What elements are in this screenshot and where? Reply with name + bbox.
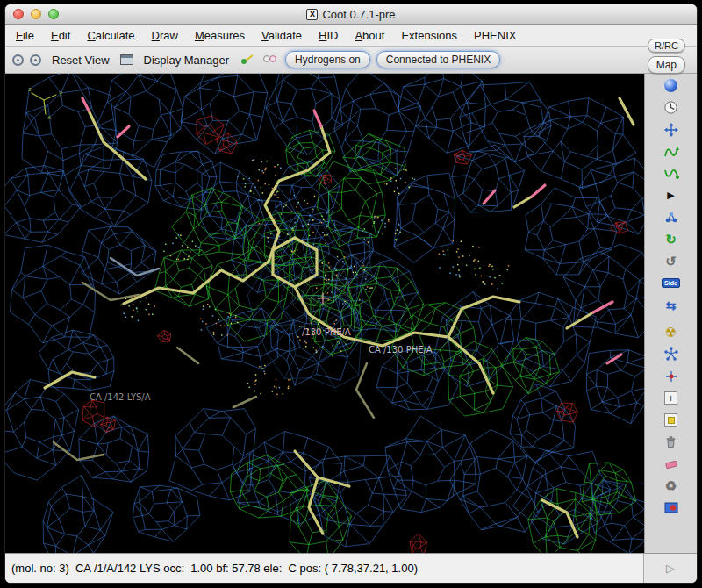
titlebar[interactable]: X Coot 0.7.1-pre: [5, 4, 697, 25]
circle-target-icon-1[interactable]: [12, 54, 24, 66]
reset-view-button[interactable]: Reset View: [47, 52, 114, 68]
menu-measures[interactable]: Measures: [195, 29, 245, 42]
zoom-button[interactable]: [48, 9, 59, 19]
add-terminal-residue-icon[interactable]: +: [660, 387, 683, 409]
goto-atom-icon[interactable]: [240, 53, 255, 68]
expand-play-icon[interactable]: ▷: [644, 554, 697, 583]
status-row: (mol. no: 3) CA /1/A/142 LYS occ: 1.00 b…: [5, 553, 697, 583]
atom-label: /130 PHE/A: [302, 327, 351, 337]
axis-label: y: [59, 90, 62, 97]
refine-zone-icon[interactable]: [660, 140, 683, 162]
molecular-scene: zyx/130 PHE/ACA /130 PHE/ACA /142 LYS/A: [5, 74, 644, 553]
flip-peptide-icon[interactable]: ⇆: [660, 294, 683, 316]
menu-phenix[interactable]: PHENIX: [474, 29, 516, 42]
rrc-button[interactable]: R/RC: [648, 39, 685, 53]
toolbar: Reset View Display Manager Hydrogens on …: [5, 47, 697, 74]
traffic-lights: [13, 9, 59, 19]
atom-molecule-icon[interactable]: [660, 206, 683, 228]
clock-idle-icon[interactable]: [660, 97, 683, 118]
phenix-status-button[interactable]: Connected to PHENIX: [376, 51, 500, 68]
display-manager-button[interactable]: Display Manager: [140, 52, 234, 68]
right-toolbar: ▶ ↻ ↺ Side ⇆ ☢ + ♻: [644, 74, 697, 553]
atom-label: CA /130 PHE/A: [369, 345, 433, 355]
hydrogens-toggle-button[interactable]: Hydrogens on: [285, 51, 370, 68]
atom-label: CA /142 LYS/A: [90, 392, 151, 402]
translate-zone-icon[interactable]: [660, 118, 683, 140]
circle-target-icon-2[interactable]: [30, 54, 41, 66]
display-manager-icon: [120, 54, 133, 65]
gl-canvas[interactable]: zyx/130 PHE/ACA /130 PHE/ACA /142 LYS/A: [5, 74, 644, 553]
sphere-refine-icon[interactable]: [660, 75, 683, 97]
menu-file[interactable]: File: [16, 29, 34, 42]
menu-draw[interactable]: Draw: [152, 29, 178, 42]
delete-trash-icon[interactable]: [660, 431, 683, 453]
add-alt-conf-icon[interactable]: [660, 409, 683, 431]
menu-hid[interactable]: HID: [319, 29, 338, 42]
coot-window: X Coot 0.7.1-pre FileEditCalculateDrawMe…: [4, 4, 698, 584]
play-icon[interactable]: ▶: [660, 184, 683, 206]
menu-about[interactable]: About: [355, 29, 384, 42]
undo-cycle-icon[interactable]: ↺: [660, 250, 683, 272]
side-chain-icon[interactable]: Side: [660, 272, 683, 294]
rotamer-cycle-icon[interactable]: ↻: [660, 228, 683, 250]
mutate-icon[interactable]: [660, 343, 683, 365]
menu-calculate[interactable]: Calculate: [87, 29, 134, 42]
display-flag-icon[interactable]: [660, 497, 683, 519]
window-title: Coot 0.7.1-pre: [322, 8, 395, 21]
regularize-zone-icon[interactable]: [660, 162, 683, 184]
main-area: zyx/130 PHE/ACA /130 PHE/ACA /142 LYS/A …: [5, 74, 697, 553]
eraser-icon[interactable]: [660, 453, 683, 475]
map-button[interactable]: Map: [648, 56, 685, 74]
goto-ligand-icon[interactable]: [261, 53, 279, 68]
window-title-area: X Coot 0.7.1-pre: [306, 8, 395, 21]
status-text: (mol. no: 3) CA /1/A/142 LYS occ: 1.00 b…: [11, 562, 418, 575]
minimize-button[interactable]: [31, 9, 41, 19]
menu-validate[interactable]: Validate: [261, 29, 302, 42]
status-bar: (mol. no: 3) CA /1/A/142 LYS occ: 1.00 b…: [5, 554, 644, 583]
menu-extensions[interactable]: Extensions: [401, 29, 457, 42]
recycle-icon[interactable]: ♻: [660, 475, 683, 497]
axis-label: x: [47, 114, 51, 121]
drag-atom-icon[interactable]: [660, 365, 683, 387]
radiation-icon[interactable]: ☢: [660, 321, 683, 343]
close-button[interactable]: [13, 9, 24, 19]
menubar: FileEditCalculateDrawMeasuresValidateHID…: [5, 25, 697, 47]
menu-edit[interactable]: Edit: [51, 29, 70, 42]
x11-icon: X: [306, 9, 318, 20]
axis-label: z: [28, 86, 32, 93]
